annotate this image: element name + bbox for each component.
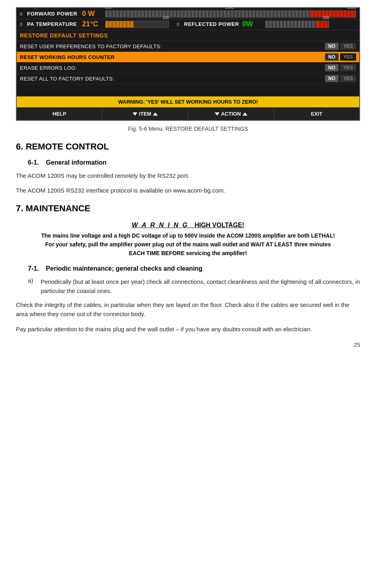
fp-bar [106,11,356,17]
nav-action-down-arrow [215,112,219,116]
nav-action[interactable]: ACTION [188,108,274,120]
page-number: 25 [0,342,360,348]
temp-bar [106,21,134,28]
rp-scale-250: 250 [323,16,329,20]
restore-row-3-no[interactable]: NO [325,75,339,82]
restore-spacer [17,84,359,96]
restore-row-0: RESET USER PREFERENCES TO FACTORY DEFAUL… [17,41,359,52]
restore-row-0-yes[interactable]: YES [340,43,356,50]
restore-row-3: RESET ALL TO FACTORY DEFAULTS: NO YES [17,73,359,84]
section-6-para-1: The ACOM 1200S may be controlled remotel… [16,171,360,180]
temp-value: 21°C [82,20,102,28]
doc-body: 6. REMOTE CONTROL 6-1. General informati… [16,142,360,334]
restore-row-1-buttons: NO YES [325,53,356,61]
section-6-heading: 6. REMOTE CONTROL [16,142,360,152]
nav-exit[interactable]: EXIT [274,108,359,120]
restore-row-2-buttons: NO YES [325,64,356,71]
fp-scale-1200: 1200 [347,5,356,10]
warning-subtitle: HIGH VOLTAGE! [194,222,244,228]
nav-action-label: ACTION [221,111,241,117]
temp-zero: 0 [20,22,24,27]
figure-caption: Fig. 5-6 Menu: RESTORE DEFAULT SETTINGS [16,126,360,132]
nav-item-down-arrow [133,112,137,116]
rp-zero: 0 [177,22,181,27]
pa-temp-rp-row: 0 PA TEMPERATURE 21°C 100 0 REFLECTED PO… [17,19,359,30]
restore-row-2-label: ERASE ERRORS LOG: [20,65,77,71]
restore-row-1-yes[interactable]: YES [340,53,356,61]
restore-row-2-yes[interactable]: YES [340,64,356,71]
rp-bar-red [316,21,329,28]
panel-warning-bar: WARNING: 'YES' WILL SET WORKING HOURS TO… [17,96,359,107]
restore-row-2: ERASE ERRORS LOG: NO YES [17,63,359,73]
section-6-para-2: The ACOM 1200S RS232 interface protocol … [16,186,360,195]
nav-help[interactable]: HELP [17,108,102,120]
restore-row-1-label: RESET WORKING HOURS COUNTER [20,54,115,60]
restore-row-0-buttons: NO YES [325,43,356,50]
warning-box: W A R N I N G HIGH VOLTAGE! The mains li… [40,222,336,258]
warning-box-title: W A R N I N G HIGH VOLTAGE! [40,222,336,229]
temp-bar-wrap: 100 [105,21,169,28]
nav-item-up-arrow [153,112,158,116]
nav-action-up-arrow [243,112,247,116]
section-7: 7. MAINTENANCE W A R N I N G HIGH VOLTAG… [16,203,360,334]
fp-scale-1000: 1000 [225,5,234,10]
restore-row-3-buttons: NO YES [325,75,356,82]
restore-row-1-no[interactable]: NO [325,53,339,61]
nav-bar: HELP ITEM ACTION EXIT [17,107,359,120]
list-item-a-text: Periodically (but at least once per year… [41,277,360,296]
temp-label: PA TEMPERATURE [27,21,79,27]
restore-row-2-no[interactable]: NO [325,64,339,71]
section-6-1-heading: 6-1. General information [28,159,360,166]
nav-item-label: ITEM [139,111,151,117]
warning-title-text: W A R N I N G [132,222,189,228]
restore-row-1: RESET WORKING HOURS COUNTER NO YES [17,52,359,63]
fp-label: FORWARD POWER [27,11,79,17]
fp-zero: 0 [20,12,24,16]
restore-row-3-label: RESET ALL TO FACTORY DEFAULTS: [20,76,114,82]
list-item-a: a) Periodically (but at least once per y… [28,277,360,296]
section-6: 6. REMOTE CONTROL 6-1. General informati… [16,142,360,195]
rp-bar-container [265,21,329,28]
fp-bar-wrap: 600 1000 1200 [105,10,356,18]
device-panel: 0 FORWARD POWER 0 W 600 1000 1200 0 PA T… [16,7,360,121]
temp-bar-container [105,21,169,28]
nav-help-label: HELP [53,111,67,117]
rp-bar [266,21,329,28]
rp-bar-wrap: 250 [265,21,329,28]
section-7-para-2: Pay particular attention to the mains pl… [16,324,360,334]
fp-scale-600: 600 [105,5,112,10]
list-item-a-marker: a) [28,277,37,296]
section-7-1-heading: 7-1. Periodic maintenance; general check… [28,265,360,272]
restore-row-0-label: RESET USER PREFERENCES TO FACTORY DEFAUL… [20,43,162,49]
rp-value: 0W [242,20,262,28]
rp-label: REFLECTED POWER [184,21,239,27]
section-7-para-1: Check the integrity of the cables, in pa… [16,300,360,319]
restore-row-3-yes[interactable]: YES [340,75,356,82]
fp-bar-container [105,10,356,18]
nav-item-down[interactable]: ITEM [102,108,188,120]
restore-title: RESTORE DEFAULT SETTINGS [17,30,359,41]
forward-power-row: 0 FORWARD POWER 0 W 600 1000 1200 [17,8,359,19]
restore-row-0-no[interactable]: NO [325,43,339,50]
fp-value: 0 W [82,10,102,18]
restore-section: RESTORE DEFAULT SETTINGS RESET USER PREF… [17,30,359,96]
temp-scale-100: 100 [162,16,169,20]
nav-exit-label: EXIT [311,111,322,117]
warning-box-body: The mains line voltage and a high DC vol… [40,231,336,258]
fp-bar-red [311,11,356,17]
section-7-heading: 7. MAINTENANCE [16,203,360,214]
fp-scale: 600 1000 1200 [105,5,356,10]
